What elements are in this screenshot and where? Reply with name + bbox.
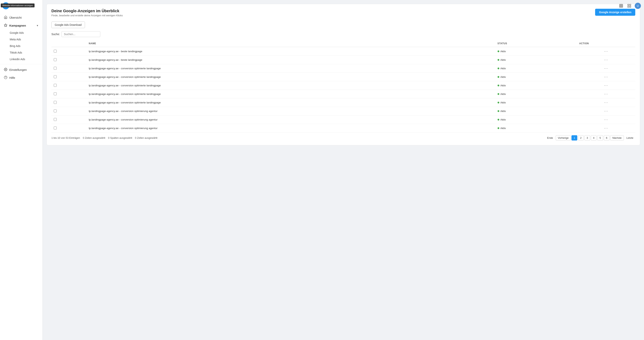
row-checkbox[interactable] xyxy=(54,50,57,53)
sidebar-item-label: Kampagnen xyxy=(9,24,26,27)
svg-rect-0 xyxy=(620,4,623,8)
sidebar-item-hilfe[interactable]: Hilfe xyxy=(0,74,42,82)
table-row: lp.landingpage-agency.ae - conversion op… xyxy=(52,116,635,124)
row-action-cell[interactable]: ··· xyxy=(577,81,635,90)
sidebar-item-label: Einstellungen xyxy=(9,68,27,71)
sidebar-item-tiktok-ads[interactable]: Tiktok Ads xyxy=(6,49,42,56)
row-checkbox[interactable] xyxy=(54,67,57,70)
row-checkbox-cell[interactable] xyxy=(52,81,86,90)
pagination-page-6[interactable]: 6 xyxy=(604,135,610,141)
create-ad-button[interactable]: Google Anzeige erstellen xyxy=(595,9,635,16)
row-checkbox[interactable] xyxy=(54,127,57,129)
row-action-cell[interactable]: ··· xyxy=(577,64,635,73)
top-right-icons: U xyxy=(618,3,641,9)
action-menu-button[interactable]: ··· xyxy=(604,75,608,79)
entries-summary: 1 bis 10 von 53 Einträgen xyxy=(52,136,80,139)
row-action-cell[interactable]: ··· xyxy=(577,98,635,107)
row-action-cell[interactable]: ··· xyxy=(577,73,635,81)
row-action-cell[interactable]: ··· xyxy=(577,107,635,116)
row-checkbox[interactable] xyxy=(54,75,57,78)
action-menu-button[interactable]: ··· xyxy=(604,126,608,130)
row-checkbox[interactable] xyxy=(54,109,57,112)
row-checkbox-cell[interactable] xyxy=(52,56,86,64)
grid-icon[interactable] xyxy=(626,3,632,9)
row-checkbox-cell[interactable] xyxy=(52,73,86,81)
sidebar-item-uebersicht[interactable]: Übersicht xyxy=(0,14,42,22)
pagination-page-2[interactable]: 2 xyxy=(578,135,584,141)
page-header: Deine Google-Anzeigen im Überblick Finde… xyxy=(52,9,635,17)
table-row: lp.landingpage-agency.ae - conversion op… xyxy=(52,124,635,133)
row-name: lp.landingpage-agency.ae - conversion op… xyxy=(86,90,495,98)
row-action-cell[interactable]: ··· xyxy=(577,90,635,98)
pagination-last[interactable]: Letzte xyxy=(624,135,635,140)
action-menu-button[interactable]: ··· xyxy=(604,109,608,113)
sidebar-item-bing-ads[interactable]: Bing Ads xyxy=(6,43,42,49)
row-checkbox-cell[interactable] xyxy=(52,98,86,107)
pagination-next[interactable]: Nächste xyxy=(610,135,624,141)
rows-selected: 0 Zeilen ausgewählt xyxy=(83,136,105,139)
row-checkbox[interactable] xyxy=(54,118,57,121)
sidebar-item-linkedin-ads[interactable]: Linkedin Ads xyxy=(6,56,42,63)
row-checkbox-cell[interactable] xyxy=(52,107,86,116)
table-row: lp.landingpage-agency.ae - conversion op… xyxy=(52,73,635,81)
search-input[interactable] xyxy=(62,31,100,37)
search-row: Suche: xyxy=(52,31,635,37)
sidebar-item-einstellungen[interactable]: Einstellungen xyxy=(0,66,42,74)
row-name: lp.landingpage-agency.ae - conversion op… xyxy=(86,124,495,133)
action-menu-button[interactable]: ··· xyxy=(604,66,608,70)
website-info-tooltip: Website-Informationen anzeigen xyxy=(1,4,34,7)
status-text: Aktiv xyxy=(500,50,506,53)
action-menu-button[interactable]: ··· xyxy=(604,58,608,62)
pagination-page-4[interactable]: 4 xyxy=(591,135,596,141)
action-menu-button[interactable]: ··· xyxy=(604,118,608,122)
row-checkbox[interactable] xyxy=(54,58,57,61)
row-checkbox[interactable] xyxy=(54,101,57,104)
row-name: lp.landingpage-agency.ae - beste landing… xyxy=(86,56,495,64)
row-action-cell[interactable]: ··· xyxy=(577,116,635,124)
status-text: Aktiv xyxy=(500,76,506,78)
row-checkbox-cell[interactable] xyxy=(52,64,86,73)
status-badge: Aktiv xyxy=(498,58,506,61)
status-text: Aktiv xyxy=(500,118,506,121)
status-badge: Aktiv xyxy=(498,110,506,113)
row-checkbox[interactable] xyxy=(54,84,57,87)
help-icon xyxy=(4,76,7,80)
action-menu-button[interactable]: ··· xyxy=(604,101,608,104)
row-checkbox-cell[interactable] xyxy=(52,90,86,98)
gear-icon xyxy=(4,68,7,72)
sidebar-item-google-ads[interactable]: Google Ads xyxy=(6,30,42,36)
action-menu-button[interactable]: ··· xyxy=(604,49,608,53)
sidebar-sub-menu: Google Ads Meta Ads Bing Ads Tiktok Ads … xyxy=(0,30,42,63)
svg-rect-5 xyxy=(628,4,629,6)
pagination: ErsteVorherige123456NächsteLetzte xyxy=(545,135,635,141)
action-menu-button[interactable]: ··· xyxy=(604,84,608,87)
row-name: lp.landingpage-agency.ae - conversion op… xyxy=(86,81,495,90)
row-name: lp.landingpage-agency.ae - conversion op… xyxy=(86,64,495,73)
row-status: Aktiv xyxy=(495,116,577,124)
download-button[interactable]: Google Ads Download xyxy=(52,22,85,28)
content-card: Deine Google-Anzeigen im Überblick Finde… xyxy=(46,4,640,145)
building-icon[interactable] xyxy=(618,3,624,9)
row-action-cell[interactable]: ··· xyxy=(577,56,635,64)
sidebar-navigation: Übersicht Kampagnen ▼ Google Ads Meta Ad… xyxy=(0,12,42,84)
row-action-cell[interactable]: ··· xyxy=(577,124,635,133)
table-row: lp.landingpage-agency.ae - conversion op… xyxy=(52,107,635,116)
action-menu-button[interactable]: ··· xyxy=(604,92,608,96)
user-avatar[interactable]: U xyxy=(635,3,641,9)
row-checkbox[interactable] xyxy=(54,92,57,95)
pagination-page-1[interactable]: 1 xyxy=(572,135,577,141)
row-checkbox-cell[interactable] xyxy=(52,124,86,133)
sidebar-item-meta-ads[interactable]: Meta Ads xyxy=(6,36,42,43)
row-checkbox-cell[interactable] xyxy=(52,47,86,56)
row-action-cell[interactable]: ··· xyxy=(577,47,635,56)
pagination-page-5[interactable]: 5 xyxy=(597,135,603,141)
status-text: Aktiv xyxy=(500,127,506,130)
sidebar-item-kampagnen[interactable]: Kampagnen ▼ xyxy=(0,22,42,30)
pagination-prev[interactable]: Vorherige xyxy=(556,135,571,141)
pagination-page-3[interactable]: 3 xyxy=(584,135,590,141)
home-icon xyxy=(4,16,7,20)
row-status: Aktiv xyxy=(495,73,577,81)
row-checkbox-cell[interactable] xyxy=(52,116,86,124)
status-text: Aktiv xyxy=(500,67,506,70)
pagination-first[interactable]: Erste xyxy=(545,135,555,140)
